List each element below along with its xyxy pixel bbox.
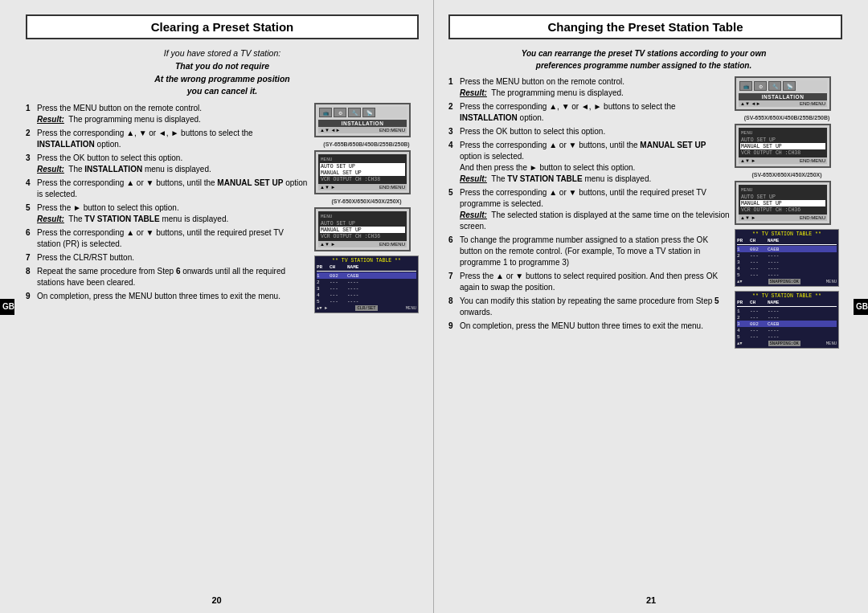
right-tv2-row2: 2 --- ---- — [737, 314, 837, 321]
right-model2: (SV-655X/650X/450X/250X) — [735, 172, 839, 178]
right-icon-3: 🔧 — [768, 81, 781, 91]
right-tv1-row5: 5 --- ---- — [737, 272, 837, 278]
tv-row-1: 1 002 CAEB — [317, 272, 416, 279]
right-screen-mid-wrap: MENU AUTO SET UP MANUAL SET UP VCR OUTPU… — [735, 124, 839, 168]
left-tv-cols: PR CH NAME — [317, 264, 416, 272]
gb-badge-left: GB — [0, 299, 14, 315]
right-icon-1: 📺 — [739, 81, 752, 91]
step-4: 4 Press the corresponding ▲ or ▼ buttons… — [26, 178, 309, 200]
left-intro: If you have stored a TV station: That yo… — [26, 47, 419, 98]
intro-line4: you can cancel it. — [26, 85, 419, 98]
right-tv2-nav: ▲▼ SNAPPING:OK MENU — [737, 341, 837, 346]
left-model1: (SY-655B/650B/450B/255B/250B) — [314, 141, 419, 147]
intro-line2: That you do not require — [26, 60, 419, 73]
left-screen-bot: MENU AUTO SET UP MANUAL SET UP VCR OUTPU… — [314, 207, 411, 251]
right-tv1-row1: 1 002 CAEB — [737, 246, 837, 252]
right-tv2-row5: 5 --- ---- — [737, 333, 837, 340]
right-icon-2: ⚙ — [754, 81, 767, 91]
left-screen-bot-wrap: MENU AUTO SET UP MANUAL SET UP VCR OUTPU… — [314, 207, 419, 251]
right-mid-row1: AUTO SET UP — [740, 137, 825, 143]
right-tv2-row1: 1 --- ---- — [737, 308, 837, 314]
left-bot-row1: AUTO SET UP — [320, 220, 405, 227]
tv-row-3: 3 --- ---- — [317, 285, 416, 292]
left-mid-row-manual: MANUAL SET UP — [320, 170, 405, 176]
left-bot-nav: ▲▼ ► END:MENU — [318, 241, 407, 247]
step-6: 6 Press the corresponding ▲ or ▼ buttons… — [26, 227, 309, 250]
right-screen-top-wrap: 📺 ⚙ 🔧 📡 INSTALLATION ▲▼ ◄► END:MENU — [735, 76, 839, 111]
right-step-8: 8 You can modify this station by repeati… — [448, 296, 730, 318]
right-tv1-header: ** TV STATION TABLE ** — [737, 231, 837, 237]
right-top-nav: ▲▼ ◄► END:MENU — [739, 100, 827, 107]
right-top-icons: 📺 ⚙ 🔧 📡 — [739, 80, 827, 92]
gb-badge-right: GB — [854, 299, 868, 315]
right-step-6: 6 To change the programme number assigne… — [448, 235, 730, 268]
left-mid-row-selected: AUTO SET UP — [320, 163, 405, 170]
left-screen-mid: MENU AUTO SET UP MANUAL SET UP VCR OUTPU… — [314, 150, 411, 194]
left-tv-header: ** TV STATION TABLE ** — [317, 258, 416, 264]
left-model2: (SY-650X/650X/450X/250X) — [314, 198, 419, 204]
icon-1: 📺 — [319, 108, 332, 117]
left-section-title: Clearing a Preset Station — [26, 14, 419, 39]
right-step-3: 3 Press the OK button to select this opt… — [448, 126, 730, 137]
tv-row-5: 5 --- ---- — [317, 298, 416, 304]
left-tv-table: ** TV STATION TABLE ** PR CH NAME 1 002 … — [314, 255, 419, 313]
right-tv2-row3: 3 002 CAEB — [737, 321, 837, 327]
left-screen-top: 📺 ⚙ 🔧 📡 INSTALLATION ▲▼ ◄► END:MENU — [314, 103, 411, 137]
right-tv1-nav: ▲▼ SNAPPING:OK MENU — [737, 279, 837, 284]
right-tv1-cols: PR CH NAME — [737, 238, 837, 245]
right-tv-table2: ** TV STATION TABLE ** PR CH NAME 1 --- … — [735, 291, 839, 349]
right-screens-col: 📺 ⚙ 🔧 📡 INSTALLATION ▲▼ ◄► END:MENU (S — [735, 76, 839, 349]
tv-row-4: 4 --- ---- — [317, 292, 416, 298]
right-page: GB Changing the Preset Station Table You… — [434, 0, 868, 613]
right-steps-list: 1 Press the MENU button on the remote co… — [448, 76, 730, 332]
step-3: 3 Press the OK button to select this opt… — [26, 153, 309, 175]
step-1: 1 Press the MENU button on the remote co… — [26, 103, 309, 125]
right-step-5: 5 Press the corresponding ▲ or ▼ buttons… — [448, 187, 730, 232]
step-2: 2 Press the corresponding ▲, ▼ or ◄, ► b… — [26, 128, 309, 150]
right-page-number: 21 — [646, 595, 656, 605]
right-steps-col: 1 Press the MENU button on the remote co… — [448, 76, 730, 349]
right-step-2: 2 Press the corresponding ▲, ▼ or ◄, ► b… — [448, 101, 730, 124]
right-step-7: 7 Press the ▲ or ▼ buttons to select req… — [448, 271, 730, 293]
left-top-nav: ▲▼ ◄► END:MENU — [318, 127, 407, 133]
step-5: 5 Press the ► button to select this opti… — [26, 202, 309, 225]
left-content: If you have stored a TV station: That yo… — [26, 47, 419, 313]
right-section-title: Changing the Preset Station Table — [448, 14, 842, 39]
right-model1: (SV-655X/650X/450B/255B/250B) — [735, 115, 839, 121]
left-steps-col: 1 Press the MENU button on the remote co… — [26, 103, 309, 313]
right-intro-line1: You can rearrange the preset TV stations… — [448, 47, 839, 59]
right-mid-menu: MENU AUTO SET UP MANUAL SET UP VCR OUTPU… — [739, 128, 827, 157]
right-bot-nav: ▲▼ ► END:MENU — [739, 215, 827, 221]
right-screen-bot-wrap: MENU AUTO SET UP MANUAL SET UP VCR OUTPU… — [735, 181, 839, 225]
left-top-icons: 📺 ⚙ 🔧 📡 — [318, 107, 407, 118]
right-mid-nav: ▲▼ ► END:MENU — [739, 157, 827, 164]
right-mid-row3: VCR OUTPUT CH :CH38 — [740, 149, 825, 156]
right-top-label: INSTALLATION — [739, 93, 827, 100]
right-tv-table1: ** TV STATION TABLE ** PR CH NAME 1 002 … — [735, 229, 839, 287]
right-two-col: 1 Press the MENU button on the remote co… — [448, 76, 839, 349]
right-step-9: 9 On completion, press the MENU button t… — [448, 321, 730, 332]
right-icon-4: 📡 — [783, 81, 796, 91]
right-bot-row2: MANUAL SET UP — [740, 200, 825, 206]
intro-line1: If you have stored a TV station: — [26, 47, 419, 60]
right-tv2-cols: PR CH NAME — [737, 300, 837, 307]
right-bot-row3: VCR OUTPUT CH :CH36 — [740, 206, 825, 213]
left-steps-list: 1 Press the MENU button on the remote co… — [26, 103, 309, 302]
step-7: 7 Press the CLR/RST button. — [26, 252, 309, 264]
right-screen-bot: MENU AUTO SET UP MANUAL SET UP VCR OUTPU… — [735, 181, 831, 225]
right-intro-line2: preferences programme number assigned to… — [448, 59, 839, 72]
right-step-1: 1 Press the MENU button on the remote co… — [448, 76, 730, 99]
right-screen-mid: MENU AUTO SET UP MANUAL SET UP VCR OUTPU… — [735, 124, 831, 168]
left-top-label: INSTALLATION — [318, 120, 407, 127]
left-mid-nav: ▲▼ ► END:MENU — [318, 184, 407, 190]
tv-row-2: 2 --- ---- — [317, 279, 416, 285]
right-bot-menu: MENU AUTO SET UP MANUAL SET UP VCR OUTPU… — [739, 185, 827, 215]
left-two-col: 1 Press the MENU button on the remote co… — [26, 103, 419, 313]
right-tv2-row4: 4 --- ---- — [737, 327, 837, 333]
step-8: 8 Repeat the same procedure from Step 6 … — [26, 266, 309, 288]
icon-4: 📡 — [362, 108, 375, 117]
left-page-number: 20 — [211, 595, 221, 605]
intro-line3: At the wrong programme position — [26, 73, 419, 86]
icon-2: ⚙ — [334, 108, 346, 117]
right-tv1-row2: 2 --- ---- — [737, 252, 837, 259]
